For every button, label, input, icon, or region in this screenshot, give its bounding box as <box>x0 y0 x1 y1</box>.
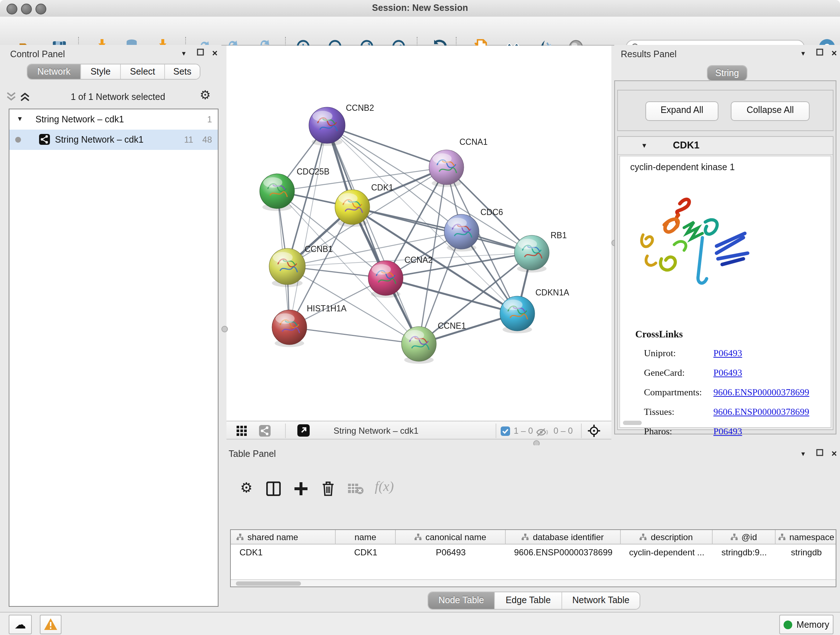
cell-value: cyclin-dependent ... <box>629 547 704 557</box>
tab-style[interactable]: Style <box>81 65 121 79</box>
share-icon <box>259 425 271 437</box>
float-icon <box>197 49 204 56</box>
column-header-name[interactable]: name <box>336 530 396 544</box>
network-node-label: CCNB2 <box>346 103 374 112</box>
table-panel-close-button[interactable]: ✕ <box>829 449 839 459</box>
column-label: description <box>651 532 693 542</box>
bar-separator <box>496 424 496 438</box>
column-header-id[interactable]: @id <box>713 530 775 544</box>
network-view-toolbar: String Network – cdk1 1 – 0 0 – 0 <box>226 421 611 440</box>
crosshair-icon <box>587 424 600 437</box>
network-options-gear-button[interactable]: ⚙ <box>200 88 211 103</box>
delete-column-button[interactable] <box>321 481 335 499</box>
crosslink-row: Pharos:P06493 <box>644 421 809 441</box>
gene-section-header[interactable]: ▼ CDK1 <box>618 137 833 155</box>
cell-id[interactable]: stringdb:9... <box>713 546 775 559</box>
protein-structure-image <box>638 190 758 294</box>
table-panel-collapse-button[interactable]: ▾ <box>798 449 808 459</box>
network-tree-selected-row[interactable]: String Network – cdk1 11 48 <box>9 130 218 150</box>
column-type-icon <box>778 533 786 540</box>
grid-view-button[interactable] <box>237 426 247 439</box>
column-header-database-identifier[interactable]: database identifier <box>506 530 621 544</box>
control-panel-close-button[interactable]: ✕ <box>210 49 220 59</box>
network-status-dot <box>15 137 21 143</box>
control-panel: Control Panel ▾ ✕ Network Style Select S… <box>0 45 221 612</box>
hidden-count: 0 – 0 <box>554 421 573 440</box>
create-column-button[interactable] <box>294 481 308 499</box>
collapse-all-button[interactable]: Collapse All <box>731 101 810 121</box>
network-edge-CDK1-RB1[interactable] <box>352 207 532 253</box>
expand-all-button[interactable]: Expand All <box>645 101 718 121</box>
table-settings-gear-button[interactable]: ⚙ <box>240 479 253 496</box>
control-panel-float-button[interactable] <box>195 49 205 59</box>
table-panel-float-button[interactable] <box>815 449 825 459</box>
table-panel-title: Table Panel <box>229 449 276 459</box>
crosslink-value-link[interactable]: P06493 <box>714 367 742 378</box>
results-panel-close-button[interactable]: ✕ <box>829 49 839 59</box>
trash-icon <box>321 481 335 496</box>
show-columns-button[interactable] <box>266 481 281 499</box>
tab-select[interactable]: Select <box>121 65 165 79</box>
eye-slash-small-icon <box>536 428 548 437</box>
column-header-namespace[interactable]: namespace <box>775 530 837 544</box>
cell-shared-name[interactable]: CDK1 <box>231 546 336 559</box>
cell-value: P06493 <box>436 547 466 557</box>
table-header-row: shared name name canonical name database… <box>231 530 836 545</box>
gene-name: CDK1 <box>673 137 699 154</box>
crosslink-value-link[interactable]: P06493 <box>714 348 742 358</box>
network-collection-label: String Network – cdk1 <box>35 109 124 130</box>
tab-edge-table[interactable]: Edge Table <box>495 592 562 609</box>
tab-node-table[interactable]: Node Table <box>428 592 495 609</box>
network-node-label: CCNA2 <box>404 255 433 264</box>
network-node-count: 11 <box>174 130 193 150</box>
column-header-description[interactable]: description <box>621 530 713 544</box>
detach-view-button[interactable] <box>297 424 309 440</box>
expand-all-networks-button[interactable] <box>19 91 30 104</box>
tree-expander-icon[interactable]: ▼ <box>17 115 23 122</box>
tab-network-table[interactable]: Network Table <box>562 592 639 609</box>
crosslink-label: Compartments: <box>644 382 714 402</box>
expand-collapse-box: Expand All Collapse All <box>617 90 834 131</box>
control-panel-collapse-button[interactable]: ▾ <box>179 49 189 59</box>
network-canvas[interactable]: CCNB2CCNA1CDC25BCDK1CDC6RB1CCNB1CCNA2CDK… <box>226 46 611 421</box>
cell-description[interactable]: cyclin-dependent ... <box>621 546 713 559</box>
cell-name[interactable]: CDK1 <box>336 546 396 559</box>
network-edge-CCNB2-CCNA1[interactable] <box>327 125 447 167</box>
table-horizontal-scrollbar[interactable] <box>231 579 836 586</box>
results-panel-title: Results Panel <box>621 49 676 59</box>
cell-database-identifier[interactable]: 9606.ENSP00000378699 <box>506 546 621 559</box>
scrollbar-thumb[interactable] <box>236 581 301 585</box>
left-splitter-handle[interactable] <box>221 326 228 333</box>
cell-namespace[interactable]: stringdb <box>775 546 837 559</box>
crosslink-value-link[interactable]: P06493 <box>714 426 742 437</box>
external-link-icon <box>297 424 309 437</box>
collapse-all-networks-button[interactable] <box>6 91 17 104</box>
network-view-mode-button[interactable] <box>259 425 271 440</box>
network-edge-CCNE1-HIST1H1A[interactable] <box>289 327 419 344</box>
main-toolbar: ? <box>0 17 840 46</box>
cloud-status-button[interactable]: ☁ <box>9 615 32 634</box>
results-panel-collapse-button[interactable]: ▾ <box>798 49 808 59</box>
network-tree-root-row[interactable]: ▼ String Network – cdk1 1 <box>9 109 218 130</box>
results-panel-float-button[interactable] <box>815 49 825 59</box>
table-row[interactable]: CDK1 CDK1 P06493 9606.ENSP00000378699 cy… <box>231 546 836 559</box>
gene-description: cyclin-dependent kinase 1 <box>630 162 735 172</box>
crosslink-value-link[interactable]: 9606.ENSP00000378699 <box>714 406 809 417</box>
column-header-shared-name[interactable]: shared name <box>231 530 336 544</box>
tab-network[interactable]: Network <box>27 65 81 79</box>
tab-string[interactable]: String <box>707 66 747 80</box>
tab-sets[interactable]: Sets <box>165 65 200 79</box>
network-node-label: CDK1 <box>371 183 393 192</box>
selected-checkbox[interactable] <box>501 426 510 439</box>
birdseye-button[interactable] <box>587 424 600 440</box>
column-type-icon <box>237 533 244 540</box>
cell-canonical-name[interactable]: P06493 <box>396 546 506 559</box>
warnings-button[interactable] <box>40 615 62 634</box>
memory-button[interactable]: Memory <box>779 615 834 634</box>
section-expander-icon[interactable]: ▼ <box>641 142 647 149</box>
crosslink-value-link[interactable]: 9606.ENSP00000378699 <box>714 386 809 397</box>
column-header-canonical-name[interactable]: canonical name <box>396 530 506 544</box>
network-edge-CCNB2-RB1[interactable] <box>327 125 532 253</box>
results-horizontal-scrollbar-thumb[interactable] <box>623 421 642 425</box>
column-label: canonical name <box>425 532 486 542</box>
